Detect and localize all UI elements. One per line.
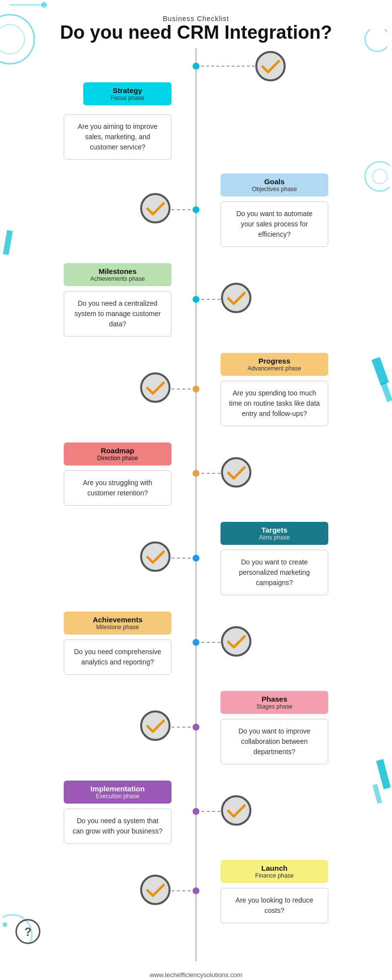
goals-block: Goals Objectives phase Do you want to au… — [196, 169, 392, 251]
check-circle-left-1 — [0, 193, 196, 226]
milestones-phase-title: Milestones — [72, 267, 164, 275]
timeline: Strategy Focus phase Are you aiming to i… — [0, 48, 392, 961]
progress-phase-title: Progress — [228, 357, 320, 365]
header-subtitle: Business Checklist — [10, 15, 382, 23]
roadmap-question: Are you struggling with customer retenti… — [64, 470, 172, 506]
check-circle-right-2 — [196, 457, 392, 490]
achievements-block: Achievements Milestone phase Do you need… — [0, 607, 196, 679]
strategy-phase-box: Strategy Focus phase — [83, 82, 172, 105]
svg-point-9 — [222, 458, 250, 487]
implementation-phase-sub: Execution phase — [72, 793, 164, 800]
implementation-block: Implementation Execution phase Do you ne… — [0, 776, 196, 848]
goals-phase-sub: Objectives phase — [228, 186, 320, 193]
implementation-phase-box: Implementation Execution phase — [64, 781, 172, 804]
launch-phase-title: Launch — [228, 864, 320, 872]
phases-phase-title: Phases — [228, 695, 320, 703]
phases-phase-box: Phases Stages phase — [220, 691, 328, 714]
targets-phase-box: Targets Aims phase — [220, 522, 328, 545]
roadmap-phase-sub: Direction phase — [72, 455, 164, 462]
header: Business Checklist Do you need CRM Integ… — [0, 0, 392, 48]
svg-point-10 — [141, 542, 170, 571]
targets-question: Do you want to create personalized marke… — [220, 550, 328, 595]
progress-phase-sub: Advancement phase — [228, 365, 320, 372]
progress-block: Progress Advancement phase Are you spend… — [196, 348, 392, 430]
targets-block: Targets Aims phase Do you want to create… — [196, 517, 392, 599]
achievements-question: Do you need comprehensive analytics and … — [64, 639, 172, 675]
launch-question: Are you looking to reduce costs? — [220, 888, 328, 923]
check-circle-right-4 — [196, 795, 392, 829]
goals-phase-title: Goals — [228, 177, 320, 186]
check-circle-left-4 — [0, 710, 196, 744]
implementation-question: Do you need a system that can grow with … — [64, 808, 172, 844]
launch-phase-box: Launch Finance phase — [220, 860, 328, 883]
check-circle-left-3 — [0, 541, 196, 575]
goals-phase-box: Goals Objectives phase — [220, 173, 328, 196]
milestones-question: Do you need a centralized system to mana… — [64, 291, 172, 337]
roadmap-phase-box: Roadmap Direction phase — [64, 442, 172, 466]
milestones-block: Milestones Achievements phase Do you nee… — [0, 258, 196, 341]
check-circle-right-3 — [196, 626, 392, 660]
achievements-phase-sub: Milestone phase — [72, 624, 164, 631]
svg-point-7 — [222, 284, 250, 312]
svg-point-8 — [141, 373, 170, 402]
milestones-phase-sub: Achievements phase — [72, 275, 164, 282]
phases-phase-sub: Stages phase — [228, 703, 320, 710]
header-title: Do you need CRM Integration? — [10, 23, 382, 43]
phases-question: Do you want to improve collaboration bet… — [220, 719, 328, 764]
launch-block: Launch Finance phase Are you looking to … — [196, 855, 392, 927]
svg-point-13 — [222, 796, 250, 825]
achievements-phase-title: Achievements — [72, 615, 164, 624]
strategy-phase-title: Strategy — [91, 86, 164, 95]
targets-phase-title: Targets — [228, 526, 320, 534]
strategy-question: Are you aiming to improve sales, marketi… — [64, 114, 172, 160]
targets-phase-sub: Aims phase — [228, 534, 320, 541]
progress-phase-box: Progress Advancement phase — [220, 353, 328, 376]
footer-url: www.techefficiencysolutions.com — [0, 961, 392, 980]
milestones-phase-box: Milestones Achievements phase — [64, 263, 172, 286]
check-circle-right-1 — [196, 282, 392, 316]
achievements-phase-box: Achievements Milestone phase — [64, 612, 172, 635]
svg-point-5 — [256, 52, 285, 80]
svg-point-12 — [141, 711, 170, 740]
strategy-phase-sub: Focus phase — [91, 95, 164, 101]
check-circle-left-2 — [0, 372, 196, 406]
goals-question: Do you want to automate your sales proce… — [220, 201, 328, 247]
launch-phase-sub: Finance phase — [228, 872, 320, 879]
svg-text:?: ? — [24, 925, 32, 938]
check-circle-left-5: ? — [0, 874, 196, 908]
roadmap-phase-title: Roadmap — [72, 446, 164, 455]
implementation-phase-title: Implementation — [72, 784, 164, 793]
svg-point-11 — [222, 627, 250, 656]
svg-point-16 — [141, 876, 170, 904]
phases-block: Phases Stages phase Do you want to impro… — [196, 686, 392, 768]
svg-point-6 — [141, 194, 170, 222]
roadmap-block: Roadmap Direction phase Are you struggli… — [0, 438, 196, 510]
progress-question: Are you spending too much time on routin… — [220, 381, 328, 426]
